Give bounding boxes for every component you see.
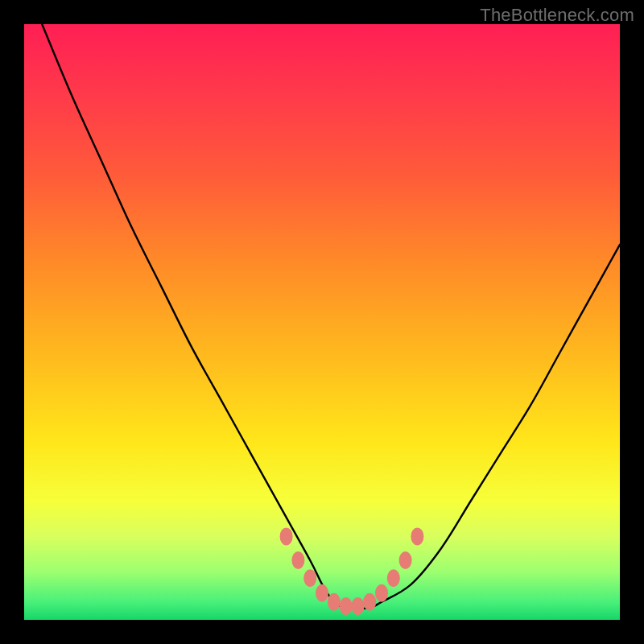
curve-marker <box>280 527 293 545</box>
plot-area <box>24 24 620 620</box>
bottleneck-curve <box>24 24 620 620</box>
curve-marker <box>411 527 423 545</box>
chart-frame: TheBottleneck.com <box>0 0 644 644</box>
curve-marker <box>363 593 376 611</box>
curve-marker <box>291 551 304 569</box>
curve-marker <box>328 593 341 611</box>
curve-marker <box>375 584 388 602</box>
curve-marker <box>303 569 316 587</box>
curve-marker <box>399 551 412 569</box>
curve-marker <box>340 597 353 615</box>
curve-marker <box>316 584 328 602</box>
curve-path <box>42 24 620 609</box>
curve-marker <box>387 569 400 587</box>
curve-marker <box>351 597 364 615</box>
watermark-text: TheBottleneck.com <box>480 5 634 26</box>
curve-markers <box>280 527 424 615</box>
